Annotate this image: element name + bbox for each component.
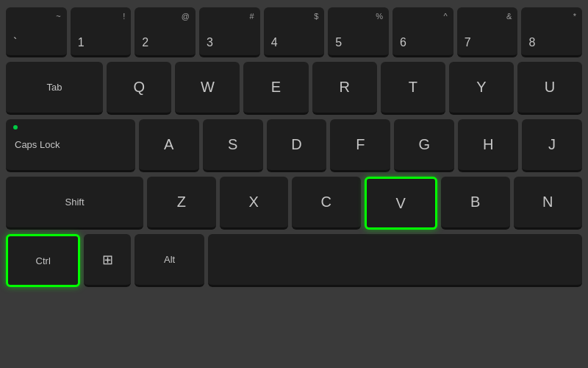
key-n[interactable]: N [514, 177, 583, 230]
key-x[interactable]: X [220, 177, 289, 230]
key-q[interactable]: Q [107, 62, 171, 115]
key-s[interactable]: S [203, 119, 263, 172]
shift-row: Shift Z X C V B N [6, 177, 582, 230]
key-shift[interactable]: Shift [6, 177, 143, 230]
key-a[interactable]: A [139, 119, 199, 172]
qwerty-row: Tab Q W E R T Y U [6, 62, 582, 115]
key-c[interactable]: C [292, 177, 361, 230]
key-j[interactable]: J [522, 119, 582, 172]
asdf-row: Caps Lock A S D F G H J [6, 119, 582, 172]
key-tab[interactable]: Tab [6, 62, 103, 115]
key-y[interactable]: Y [449, 62, 514, 115]
key-e[interactable]: E [243, 62, 308, 115]
key-alt[interactable]: Alt [135, 234, 204, 287]
key-space[interactable] [208, 234, 582, 287]
key-f[interactable]: F [330, 119, 390, 172]
key-6[interactable]: ^ 6 [392, 7, 453, 57]
key-2[interactable]: @ 2 [135, 7, 196, 57]
key-r[interactable]: R [312, 62, 377, 115]
key-5[interactable]: % 5 [328, 7, 389, 57]
key-z[interactable]: Z [147, 177, 216, 230]
key-4[interactable]: $ 4 [264, 7, 325, 57]
number-row: ~ ` ! 1 @ 2 # 3 $ 4 % 5 ^ 6 & 7 [6, 7, 582, 57]
key-t[interactable]: T [381, 62, 445, 115]
key-3[interactable]: # 3 [199, 7, 260, 57]
keyboard: ~ ` ! 1 @ 2 # 3 $ 4 % 5 ^ 6 & 7 [0, 0, 588, 368]
key-1[interactable]: ! 1 [71, 7, 132, 57]
bottom-row: Ctrl ⊞ Alt [6, 234, 582, 287]
key-v[interactable]: V [365, 177, 438, 230]
key-win[interactable]: ⊞ [84, 234, 131, 287]
key-tilde[interactable]: ~ ` [6, 7, 67, 57]
key-w[interactable]: W [175, 62, 240, 115]
key-7[interactable]: & 7 [457, 7, 518, 57]
key-u[interactable]: U [517, 62, 582, 115]
key-b[interactable]: B [441, 177, 510, 230]
key-capslock[interactable]: Caps Lock [6, 119, 135, 172]
key-d[interactable]: D [267, 119, 327, 172]
key-h[interactable]: H [458, 119, 518, 172]
caps-lock-indicator [13, 125, 18, 130]
key-g[interactable]: G [394, 119, 454, 172]
key-8[interactable]: * 8 [521, 7, 582, 57]
key-ctrl[interactable]: Ctrl [6, 234, 80, 287]
